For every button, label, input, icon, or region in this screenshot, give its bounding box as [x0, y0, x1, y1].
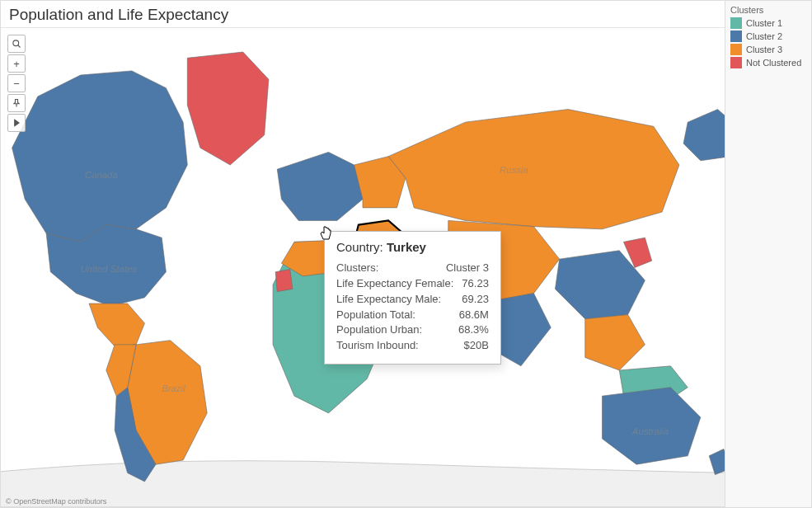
legend-label: Not Clustered	[746, 58, 801, 68]
map-area[interactable]: + −	[1, 28, 725, 507]
tooltip: Country: Turkey Clusters:Cluster 3Life E…	[324, 231, 501, 365]
legend-item[interactable]: Cluster 2	[730, 31, 806, 42]
tooltip-row-label: Life Expectancy Male:	[336, 292, 441, 308]
tooltip-title: Country: Turkey	[336, 240, 489, 254]
tooltip-row-label: Clusters:	[336, 261, 378, 276]
map-attribution: © OpenStreetMap contributors	[6, 497, 106, 506]
region-alaska[interactable]	[683, 110, 725, 161]
map-toolbar: + −	[7, 35, 26, 134]
tooltip-country: Turkey	[387, 240, 426, 254]
legend-item[interactable]: Cluster 1	[730, 17, 806, 29]
region-australia[interactable]	[603, 388, 701, 464]
pin-button[interactable]	[7, 94, 26, 112]
region-russia[interactable]	[388, 110, 679, 229]
legend-swatch	[730, 57, 742, 68]
search-button[interactable]	[7, 35, 26, 53]
legend-item[interactable]: Cluster 3	[730, 44, 806, 55]
tooltip-row: Tourism Inbound:$20B	[336, 338, 489, 354]
tooltip-field-label: Country:	[336, 240, 383, 254]
region-greenland[interactable]	[187, 52, 269, 165]
region-nz[interactable]	[709, 449, 725, 474]
tooltip-row-value: Cluster 3	[446, 261, 489, 276]
svg-line-1	[18, 45, 21, 48]
legend-label: Cluster 1	[746, 18, 782, 28]
zoom-out-button[interactable]: −	[7, 74, 26, 92]
tooltip-row: Life Expectancy Male:69.23	[336, 292, 489, 308]
region-seasia[interactable]	[585, 315, 645, 370]
legend-label: Cluster 3	[746, 45, 782, 54]
region-canada[interactable]	[12, 71, 188, 242]
region-west-europe[interactable]	[277, 152, 363, 220]
legend-swatch	[730, 44, 742, 55]
legend-panel: Clusters Cluster 1Cluster 2Cluster 3Not …	[725, 0, 812, 508]
legend-label: Cluster 2	[746, 31, 782, 41]
search-icon	[12, 39, 21, 49]
play-icon	[12, 118, 21, 128]
map-panel: Population and Life Expectancy + −	[0, 0, 725, 508]
tooltip-row: Population Urban:68.3%	[336, 322, 489, 338]
svg-point-0	[13, 40, 19, 46]
play-button[interactable]	[7, 114, 26, 132]
tooltip-row-label: Tourism Inbound:	[336, 338, 419, 354]
tooltip-row-value: $20B	[464, 338, 489, 354]
tooltip-row-label: Population Urban:	[336, 322, 422, 338]
legend-swatch	[730, 17, 742, 29]
legend-swatch	[730, 31, 742, 42]
region-mexico[interactable]	[89, 303, 144, 346]
region-mauritania[interactable]	[275, 270, 293, 292]
zoom-in-button[interactable]: +	[7, 54, 26, 73]
tooltip-row: Clusters:Cluster 3	[336, 261, 489, 276]
tooltip-row-label: Life Expectancy Female:	[336, 276, 453, 292]
tooltip-row-value: 76.23	[462, 276, 489, 292]
tooltip-row: Life Expectancy Female:76.23	[336, 276, 489, 292]
pin-icon	[12, 98, 21, 108]
legend-title: Clusters	[730, 5, 806, 15]
tooltip-row: Population Total:68.6M	[336, 308, 489, 323]
tooltip-row-value: 69.23	[462, 292, 489, 308]
region-antarctica	[1, 461, 725, 507]
panel-title: Population and Life Expectancy	[1, 1, 725, 28]
tooltip-row-label: Population Total:	[336, 308, 415, 323]
tooltip-row-value: 68.6M	[459, 308, 489, 323]
legend-item[interactable]: Not Clustered	[730, 57, 806, 68]
tooltip-row-value: 68.3%	[458, 322, 489, 338]
